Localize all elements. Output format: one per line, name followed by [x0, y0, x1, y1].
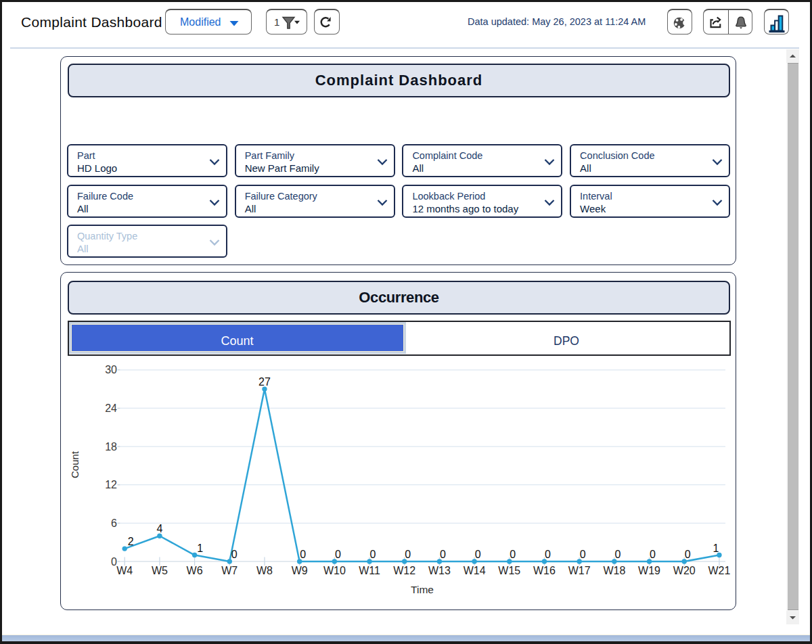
svg-text:24: 24 [105, 402, 117, 414]
svg-text:W8: W8 [256, 565, 273, 576]
svg-text:0: 0 [405, 549, 411, 560]
svg-text:W14: W14 [464, 565, 486, 576]
svg-text:1: 1 [197, 543, 203, 554]
svg-text:W10: W10 [323, 565, 346, 576]
svg-text:4: 4 [156, 523, 162, 534]
svg-text:0: 0 [475, 549, 481, 560]
svg-text:W15: W15 [498, 565, 520, 576]
svg-text:0: 0 [335, 549, 341, 560]
svg-text:2: 2 [128, 536, 134, 547]
svg-text:W13: W13 [428, 565, 451, 576]
svg-text:0: 0 [370, 549, 376, 560]
svg-text:W11: W11 [359, 565, 380, 576]
svg-text:0: 0 [440, 549, 446, 560]
svg-text:W16: W16 [533, 565, 556, 576]
svg-text:W6: W6 [187, 565, 203, 576]
svg-text:18: 18 [105, 441, 117, 453]
svg-text:Time: Time [411, 584, 434, 595]
svg-text:27: 27 [258, 376, 271, 388]
svg-text:0: 0 [545, 549, 551, 560]
svg-text:W21: W21 [708, 565, 730, 576]
svg-text:0: 0 [650, 549, 656, 560]
svg-text:12: 12 [105, 479, 117, 490]
svg-text:W17: W17 [568, 565, 591, 576]
svg-text:Count: Count [69, 451, 81, 478]
svg-text:W20: W20 [673, 565, 696, 576]
svg-text:W5: W5 [152, 565, 168, 576]
svg-text:W12: W12 [393, 565, 415, 576]
svg-text:W4: W4 [116, 565, 133, 576]
svg-text:0: 0 [231, 549, 238, 560]
svg-text:30: 30 [105, 364, 117, 375]
svg-text:0: 0 [685, 549, 691, 560]
svg-text:W9: W9 [292, 565, 308, 576]
svg-text:0: 0 [614, 549, 621, 560]
svg-text:0: 0 [510, 549, 516, 560]
svg-text:W18: W18 [603, 565, 625, 576]
svg-text:0: 0 [300, 549, 306, 560]
svg-text:W19: W19 [638, 565, 660, 576]
svg-text:0: 0 [580, 549, 586, 560]
svg-text:W7: W7 [221, 565, 238, 576]
svg-text:1: 1 [713, 543, 719, 554]
svg-text:6: 6 [111, 518, 117, 529]
